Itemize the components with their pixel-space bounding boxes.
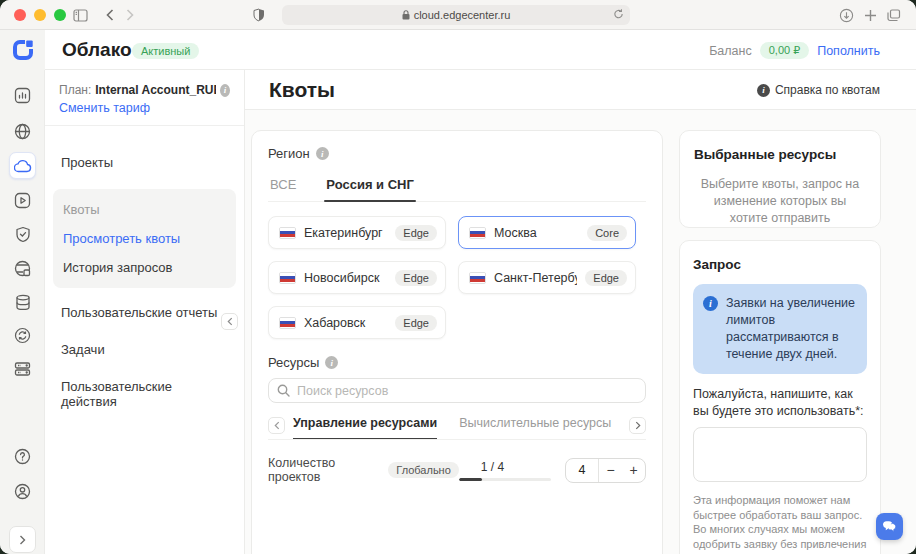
city-card-moscow[interactable]: Москва Core <box>458 216 636 249</box>
topup-link[interactable]: Пополнить <box>817 44 880 58</box>
icon-rail <box>0 70 45 554</box>
status-badge: Активный <box>132 43 199 59</box>
rail-item-cdn[interactable] <box>9 255 36 282</box>
russia-flag-icon <box>279 317 296 329</box>
city-name: Санкт-Петербург <box>494 271 577 285</box>
tier-badge: Edge <box>585 270 627 286</box>
russia-flag-icon <box>279 227 296 239</box>
stepper-increase-button[interactable]: + <box>622 459 645 482</box>
downloads-icon[interactable] <box>836 5 856 25</box>
rail-item-account[interactable] <box>9 478 36 505</box>
chevron-left-icon <box>227 317 233 326</box>
stepper-decrease-button[interactable]: − <box>599 459 622 482</box>
globe-node-icon <box>14 260 31 277</box>
request-usage-textarea[interactable] <box>693 427 867 482</box>
sync-icon <box>14 327 31 344</box>
region-label: Регион <box>268 146 310 161</box>
sidebar-item-quotas[interactable]: Квоты <box>53 195 236 224</box>
chevron-right-icon <box>635 421 641 430</box>
quota-name-label: Количество проектов <box>268 456 382 484</box>
scope-badge: Глобально <box>388 462 459 478</box>
tier-badge: Edge <box>395 270 437 286</box>
logo-cell <box>0 30 45 70</box>
back-button[interactable] <box>100 5 120 25</box>
sidebar-item-tasks[interactable]: Задачи <box>45 333 244 366</box>
chevron-right-icon <box>19 535 26 545</box>
rail-item-storage[interactable] <box>9 289 36 316</box>
sidebar-toggle-icon[interactable] <box>70 5 90 25</box>
rail-item-help[interactable] <box>9 443 36 470</box>
rail-item-servers[interactable] <box>9 355 36 382</box>
chevron-left-icon <box>274 421 280 430</box>
rail-item-security[interactable] <box>9 221 36 248</box>
city-name: Хабаровск <box>304 316 387 330</box>
region-tab-russia[interactable]: Россия и СНГ <box>324 171 416 201</box>
resource-tabs: Управление ресурсами Вычислительные ресу… <box>268 411 646 440</box>
city-name: Новосибирск <box>304 271 387 285</box>
tabs-scroll-left-button[interactable] <box>268 417 285 434</box>
tab-compute-resources[interactable]: Вычислительные ресурсы <box>459 411 611 439</box>
city-card-novosibirsk[interactable]: Новосибирск Edge <box>268 261 446 294</box>
tab-overview-icon[interactable] <box>884 5 904 25</box>
rail-item-streaming[interactable] <box>9 187 36 214</box>
info-icon: i <box>703 296 718 311</box>
resources-label: Ресурсы <box>268 355 319 370</box>
city-card-petersburg[interactable]: Санкт-Петербург Edge <box>458 261 636 294</box>
sidebar-item-user-actions[interactable]: Пользовательские действия <box>45 370 244 418</box>
city-name: Екатеринбург <box>304 226 387 240</box>
tabs-scroll-right-button[interactable] <box>629 417 646 434</box>
new-tab-icon[interactable] <box>860 5 880 25</box>
shield-check-icon <box>15 226 31 243</box>
resource-search-input[interactable] <box>297 384 637 398</box>
forward-button[interactable] <box>120 5 140 25</box>
reload-icon[interactable] <box>613 8 624 22</box>
url-text: cloud.edgecenter.ru <box>414 9 511 21</box>
russia-flag-icon <box>469 272 486 284</box>
request-usage-label: Пожалуйста, напишите, как вы будете это … <box>693 386 867 420</box>
support-chat-button[interactable] <box>876 513 903 540</box>
close-window-button[interactable] <box>14 9 26 21</box>
app-header: Облако Активный Баланс 0,00 ₽ Пополнить <box>0 30 916 70</box>
quota-help-link[interactable]: i Справка по квотам <box>757 83 880 97</box>
rail-item-cloud[interactable] <box>9 152 36 179</box>
rail-item-network[interactable] <box>9 118 36 145</box>
search-icon <box>277 384 290 397</box>
region-tabs: ВСЕ Россия и СНГ <box>268 171 646 202</box>
rail-expand-button[interactable] <box>9 526 36 553</box>
sidebar-item-view-quotas[interactable]: Просмотреть квоты <box>53 224 236 253</box>
plan-info-icon[interactable]: i <box>220 84 230 97</box>
city-card-khabarovsk[interactable]: Хабаровск Edge <box>268 306 446 339</box>
sidebar-item-projects[interactable]: Проекты <box>45 146 244 179</box>
request-infobox: i Заявки на увеличение лимитов рассматри… <box>693 284 867 374</box>
bar-chart-icon <box>14 87 31 104</box>
zoom-window-button[interactable] <box>54 9 66 21</box>
server-stack-icon <box>14 361 31 377</box>
change-tariff-link[interactable]: Сменить тариф <box>45 98 244 126</box>
usage-text: 1 / 4 <box>459 460 551 474</box>
stepper-value[interactable]: 4 <box>566 463 599 477</box>
privacy-shield-icon[interactable] <box>249 5 269 25</box>
city-card-ekaterinburg[interactable]: Екатеринбург Edge <box>268 216 446 249</box>
tier-badge: Core <box>587 225 627 241</box>
region-info-icon[interactable]: i <box>316 147 329 160</box>
edgecenter-logo[interactable] <box>11 38 35 62</box>
browser-window: cloud.edgecenter.ru Облако Активный Бала… <box>0 0 916 554</box>
tab-resource-management[interactable]: Управление ресурсами <box>293 411 437 439</box>
minimize-window-button[interactable] <box>34 9 46 21</box>
database-icon <box>15 294 31 311</box>
resource-searchbox[interactable] <box>268 378 646 403</box>
rail-item-sync[interactable] <box>9 322 36 349</box>
sidebar-collapse-button[interactable] <box>221 313 238 330</box>
url-bar[interactable]: cloud.edgecenter.ru <box>282 5 630 25</box>
city-name: Москва <box>494 226 579 240</box>
sidebar-item-request-history[interactable]: История запросов <box>53 253 236 282</box>
traffic-lights <box>14 9 66 21</box>
rail-item-stats[interactable] <box>9 82 36 109</box>
account-icon <box>14 483 31 500</box>
sidebar-item-user-reports[interactable]: Пользовательские отчеты <box>45 296 244 329</box>
region-tab-all[interactable]: ВСЕ <box>268 171 298 201</box>
main-area: Квоты i Справка по квотам Регион i ВСЕ Р… <box>245 70 916 554</box>
selected-resources-title: Выбранные ресурсы <box>694 147 866 162</box>
resources-info-icon[interactable]: i <box>325 356 338 369</box>
plan-value: Internal Account_RUB_Cl... <box>95 83 216 98</box>
